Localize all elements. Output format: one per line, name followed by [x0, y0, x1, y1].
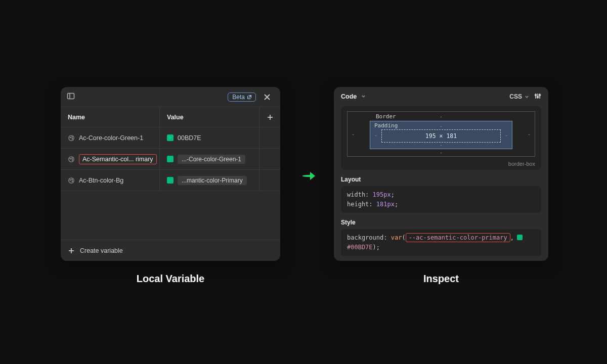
- column-header-value: Value: [160, 114, 259, 121]
- variable-alias-value: ...mantic-color-Primary: [178, 176, 247, 185]
- box-model-padding[interactable]: Padding -- -- 195 × 181: [370, 121, 512, 149]
- svg-point-15: [70, 179, 71, 180]
- add-column-button[interactable]: [259, 114, 280, 121]
- beta-badge[interactable]: Beta: [228, 93, 256, 102]
- box-model-diagram: Border -- -- Padding -- -- 195 × 181 bor…: [341, 106, 541, 170]
- chevron-down-icon: [525, 95, 529, 99]
- variable-alias-value: ...-Core-color-Green-1: [178, 155, 245, 164]
- table-row[interactable]: Ac-Semantic-col... rimary ...-Core-color…: [61, 149, 280, 170]
- plus-icon: [267, 114, 274, 121]
- box-model-content[interactable]: 195 × 181: [381, 129, 501, 143]
- create-variable-button[interactable]: Create variable: [61, 240, 280, 261]
- language-select[interactable]: CSS: [509, 93, 529, 100]
- svg-point-13: [72, 159, 73, 160]
- svg-point-9: [72, 138, 73, 139]
- svg-point-7: [70, 137, 71, 138]
- layout-code[interactable]: width: 195px; height: 181px;: [341, 186, 541, 213]
- variable-name: Ac-Btn-color-Bg: [79, 177, 123, 184]
- sidebar-toggle-icon[interactable]: [67, 92, 75, 102]
- variable-name: Ac-Core-color-Green-1: [79, 134, 143, 142]
- create-variable-label: Create variable: [80, 247, 123, 254]
- svg-point-10: [69, 156, 74, 161]
- palette-icon: [68, 177, 75, 184]
- style-code[interactable]: background: var(--ac-semantic-color-prim…: [341, 229, 541, 256]
- caption-local-variable: Local Variable: [61, 273, 280, 285]
- plus-icon: [68, 247, 75, 254]
- table-row[interactable]: Ac-Core-color-Green-1 00BD7E: [61, 127, 280, 149]
- svg-point-6: [69, 135, 74, 140]
- svg-point-16: [72, 179, 73, 180]
- table-header: Name Value: [61, 107, 280, 127]
- close-icon: [264, 94, 271, 101]
- color-swatch: [517, 235, 523, 240]
- close-button[interactable]: [260, 90, 274, 104]
- layout-section-title: Layout: [334, 170, 548, 186]
- svg-rect-0: [68, 93, 74, 99]
- chevron-down-icon: [361, 94, 366, 99]
- svg-point-17: [72, 180, 73, 181]
- table-row[interactable]: Ac-Btn-color-Bg ...mantic-color-Primary: [61, 170, 280, 191]
- variable-value: 00BD7E: [178, 134, 201, 142]
- sliders-icon: [534, 93, 541, 100]
- caption-inspect: Inspect: [334, 273, 548, 285]
- color-swatch: [167, 134, 174, 141]
- inspect-toolbar: Code CSS: [334, 87, 548, 106]
- color-swatch: [167, 177, 174, 184]
- flow-arrow-icon: [300, 166, 317, 183]
- box-model-border[interactable]: Border -- -- Padding -- -- 195 × 181: [347, 111, 535, 157]
- local-variable-panel: Beta Name Value Ac-Core-color-Green-1 00…: [61, 87, 280, 261]
- padding-label: Padding: [374, 122, 398, 129]
- svg-point-14: [69, 177, 74, 183]
- settings-button[interactable]: [534, 93, 541, 101]
- style-section-title: Style: [334, 213, 548, 229]
- panel-toolbar: Beta: [61, 87, 280, 107]
- beta-label: Beta: [232, 94, 245, 101]
- svg-point-12: [72, 158, 73, 159]
- external-link-icon: [247, 95, 252, 100]
- border-label: Border: [376, 113, 396, 120]
- variable-name-highlighted: Ac-Semantic-col... rimary: [79, 154, 157, 164]
- inspect-panel: Code CSS Border -- -- Padding -- -- 195 …: [334, 87, 548, 261]
- code-tab[interactable]: Code: [341, 93, 366, 100]
- column-header-name: Name: [61, 114, 159, 121]
- svg-point-8: [72, 136, 73, 138]
- css-variable-highlighted: --ac-semantic-color-primary: [406, 233, 510, 242]
- svg-point-11: [70, 158, 71, 159]
- color-swatch: [167, 156, 174, 162]
- palette-icon: [68, 134, 75, 142]
- palette-icon: [68, 156, 75, 163]
- box-sizing-label: border-box: [347, 161, 535, 167]
